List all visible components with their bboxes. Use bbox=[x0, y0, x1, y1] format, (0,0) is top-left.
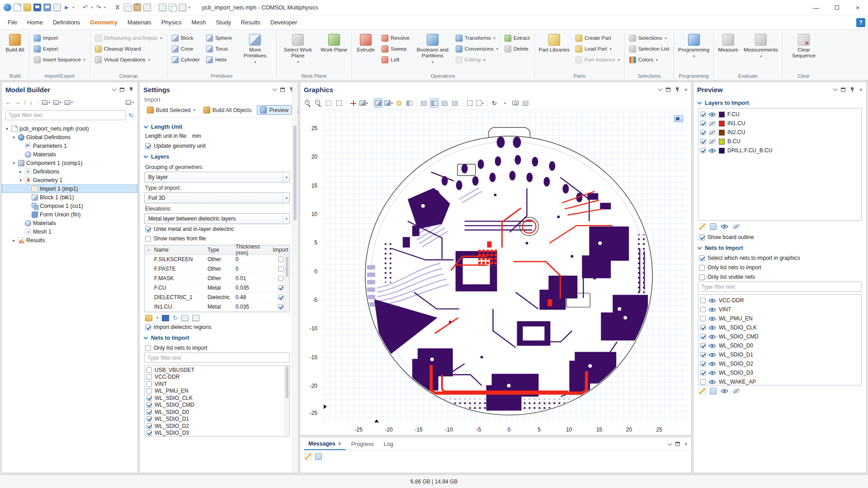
zoom-out-icon[interactable] bbox=[313, 98, 323, 108]
layer-list-item[interactable]: F.CU bbox=[700, 110, 859, 119]
tree-expander-icon[interactable] bbox=[5, 127, 9, 131]
select-box-icon[interactable] bbox=[465, 98, 474, 108]
delete-icon[interactable] bbox=[143, 4, 151, 11]
delete-button[interactable]: Delete bbox=[502, 44, 532, 54]
show-names-row[interactable]: Show names from file bbox=[144, 234, 290, 243]
visibility-eye-icon[interactable] bbox=[708, 112, 716, 117]
net-list-item[interactable]: WL_SDIO_D1 bbox=[146, 416, 284, 423]
net-list-item[interactable]: WL_SDIO_CMD bbox=[146, 402, 284, 409]
select-nets-checkbox[interactable] bbox=[699, 255, 705, 261]
preview-net-item[interactable]: WL_SDIO_CLK bbox=[700, 323, 859, 332]
import-layer-checkbox[interactable] bbox=[278, 304, 283, 310]
clear-messages-icon[interactable] bbox=[305, 453, 311, 460]
layer-checkbox[interactable] bbox=[700, 112, 706, 117]
copy-icon[interactable] bbox=[123, 4, 131, 11]
ribbon-tab[interactable]: Mesh bbox=[187, 16, 211, 28]
model-tree-options-icon[interactable]: ▾ bbox=[65, 100, 73, 105]
net-list-item[interactable]: USB_VBUSDET bbox=[146, 366, 284, 374]
orthographic-projection-icon[interactable] bbox=[373, 98, 383, 108]
copy-messages-icon[interactable] bbox=[315, 453, 322, 460]
pin-panel-icon[interactable] bbox=[128, 87, 134, 93]
zoom-extents-icon[interactable] bbox=[324, 98, 333, 108]
import-layer-checkbox[interactable] bbox=[278, 295, 283, 300]
tree-item[interactable]: Parameters 1 bbox=[2, 141, 137, 150]
ribbon-tab[interactable]: Physics bbox=[156, 16, 187, 28]
go-to-settings-icon[interactable]: ▾ bbox=[126, 100, 134, 105]
extract-button[interactable]: Extract bbox=[502, 33, 532, 43]
net-list-item[interactable]: WL_SDIO_D3 bbox=[146, 430, 284, 437]
net-checkbox[interactable] bbox=[146, 423, 152, 429]
only-list-nets-checkbox[interactable] bbox=[145, 345, 151, 351]
net-list-item[interactable]: WL_PMU_EN bbox=[146, 388, 284, 395]
layer-checkbox[interactable] bbox=[700, 139, 706, 144]
run-caret-icon[interactable]: ▾ bbox=[72, 5, 74, 9]
minimize-button[interactable]: — bbox=[806, 0, 826, 15]
help-button[interactable]: ? bbox=[856, 18, 865, 27]
net-checkbox[interactable] bbox=[146, 374, 152, 380]
go-to-default-view-icon[interactable] bbox=[349, 98, 358, 108]
move-up-icon[interactable]: ↑ bbox=[24, 99, 27, 106]
ribbon-tab[interactable]: Results bbox=[236, 16, 265, 28]
part-instance-button[interactable]: Part Instance▾ bbox=[573, 55, 622, 65]
net-checkbox[interactable] bbox=[146, 367, 152, 373]
preview-net-item[interactable]: VINT bbox=[700, 305, 859, 314]
net-checkbox[interactable] bbox=[146, 409, 152, 415]
table-scrollbar[interactable] bbox=[284, 255, 289, 312]
ribbon-tab[interactable]: Study bbox=[211, 16, 236, 28]
preview-nets-filter-input[interactable] bbox=[698, 282, 862, 292]
only-visible-nets-checkbox[interactable] bbox=[699, 274, 705, 280]
layer-table-row[interactable]: IN1.CU Metal 0.035 bbox=[145, 302, 289, 312]
preview-net-item[interactable]: WL_SDIO_D1 bbox=[700, 350, 859, 359]
undo-icon[interactable]: ↶ bbox=[82, 4, 89, 11]
ribbon-tab[interactable]: Definitions bbox=[48, 16, 85, 28]
editing-button[interactable]: Editing▾ bbox=[453, 55, 500, 65]
redo-caret-icon[interactable]: ▾ bbox=[104, 5, 106, 9]
close-tab-icon[interactable]: × bbox=[338, 441, 341, 447]
cleanup-wizard-button[interactable]: Cleanup Wizard bbox=[93, 44, 165, 54]
table-columns-icon[interactable] bbox=[192, 315, 199, 321]
show-all-icon[interactable] bbox=[721, 224, 728, 230]
visibility-eye-icon[interactable] bbox=[708, 361, 716, 367]
tree-expander-icon[interactable] bbox=[18, 169, 23, 174]
preview-net-item[interactable]: WL_SDIO_D2 bbox=[700, 359, 859, 368]
build-all-objects-button[interactable]: Build All Objects bbox=[201, 106, 255, 114]
visibility-eye-icon[interactable] bbox=[708, 316, 716, 322]
open-file-icon[interactable] bbox=[24, 4, 31, 11]
layer-checkbox[interactable] bbox=[700, 130, 706, 135]
tree-expander-icon[interactable] bbox=[11, 238, 16, 243]
layer-table-row[interactable]: DIELECTRIC_1 Dielectric 0.48 bbox=[145, 293, 289, 302]
preview-net-item[interactable]: WL_WAKE_AP bbox=[700, 377, 859, 385]
tree-expander-icon[interactable] bbox=[11, 161, 16, 165]
preview-net-checkbox[interactable] bbox=[700, 325, 706, 330]
update-geometry-unit-row[interactable]: Update geometry unit bbox=[144, 141, 290, 150]
preview-toggle-button[interactable]: Preview bbox=[257, 105, 292, 115]
nets-filter-input[interactable] bbox=[144, 352, 290, 363]
visibility-eye-icon[interactable] bbox=[708, 148, 716, 154]
preview-net-checkbox[interactable] bbox=[700, 316, 706, 321]
collapse-tree-icon[interactable]: ▾ bbox=[53, 100, 61, 105]
table-icon[interactable] bbox=[159, 4, 166, 11]
save-icon[interactable] bbox=[33, 4, 41, 11]
booleans-partitions-button[interactable]: Booleans and Partitions ▾ bbox=[414, 32, 452, 65]
net-checkbox[interactable] bbox=[146, 402, 152, 408]
tree-item[interactable]: Form Union (fin) bbox=[2, 210, 137, 219]
part-libraries-button[interactable]: Part Libraries bbox=[537, 32, 571, 54]
zoom-box-icon[interactable] bbox=[334, 98, 344, 108]
net-checkbox[interactable] bbox=[146, 388, 152, 394]
layer-table-row[interactable]: F.SILKSCREEN Other 0 bbox=[145, 255, 289, 264]
pin-panel-icon[interactable] bbox=[849, 87, 855, 93]
tab-messages[interactable]: Messages × bbox=[304, 438, 346, 450]
show-all-icon[interactable] bbox=[721, 388, 728, 394]
colors-button[interactable]: Colors▾ bbox=[627, 55, 671, 65]
cut-icon[interactable] bbox=[113, 4, 121, 11]
net-list-item[interactable]: WL_SDIO_CLK bbox=[146, 394, 284, 402]
view-menu-icon[interactable]: ▾ bbox=[359, 98, 368, 108]
transforms-button[interactable]: Transforms▾ bbox=[453, 33, 500, 43]
selection-settings-icon[interactable]: ▾ bbox=[475, 98, 485, 108]
layer-list-item[interactable]: DRILL:F.CU_B.CU bbox=[700, 146, 859, 155]
measurements-button[interactable]: Measurements ▾ bbox=[742, 32, 780, 59]
preview-net-item[interactable]: WL_SDIO_D3 bbox=[700, 368, 859, 377]
image-snapshot-icon[interactable] bbox=[510, 98, 520, 108]
settings-scrollbar[interactable] bbox=[292, 82, 297, 473]
tree-item[interactable]: Geometry 1 bbox=[2, 176, 137, 184]
